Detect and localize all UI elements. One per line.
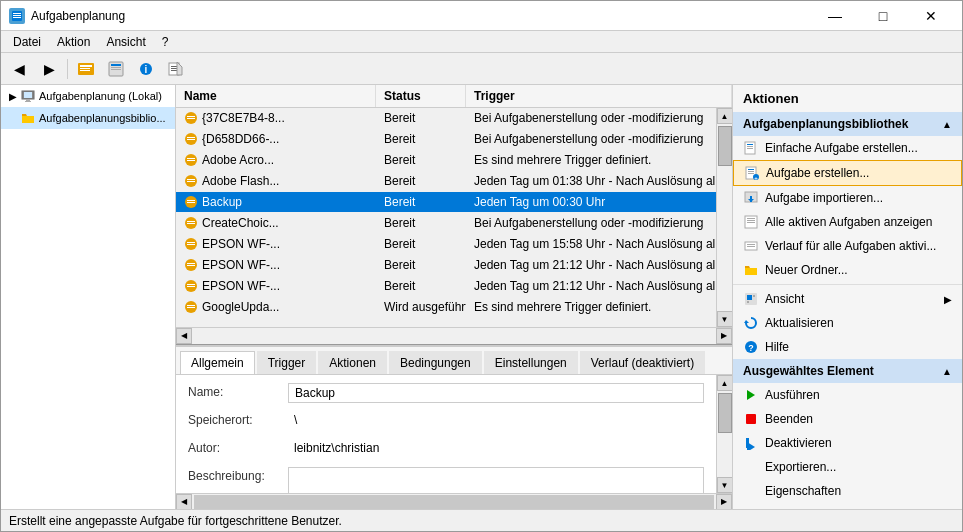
- scroll-thumb[interactable]: [718, 126, 732, 166]
- action-item[interactable]: +Aufgabe erstellen...: [733, 160, 962, 186]
- task-row[interactable]: {D658DD66-...BereitBei Aufgabenerstellun…: [176, 129, 716, 150]
- action-item[interactable]: Deaktivieren: [733, 431, 962, 455]
- detail-field-label: Beschreibung:: [188, 467, 288, 483]
- svg-rect-63: [748, 173, 754, 174]
- status-text: Erstellt eine angepasste Aufgabe für for…: [9, 514, 342, 528]
- task-row[interactable]: EPSON WF-...BereitJeden Tag um 21:12 Uhr…: [176, 255, 716, 276]
- action-item-label: Alle aktiven Aufgaben anzeigen: [765, 215, 932, 229]
- detail-scrollbar[interactable]: ▲ ▼: [716, 375, 732, 493]
- task-list-scrollbar[interactable]: ▲ ▼: [716, 108, 732, 327]
- action-item-icon: [743, 411, 759, 427]
- action-item-label: Neuer Ordner...: [765, 263, 848, 277]
- menu-aktion[interactable]: Aktion: [49, 33, 98, 51]
- task-name-cell: CreateChoic...: [176, 213, 376, 233]
- action-item[interactable]: ?Hilfe: [733, 335, 962, 359]
- detail-tab-allgemein[interactable]: Allgemein: [180, 351, 255, 374]
- main-area: ▶ Aufgabenplanung (Lokal) Aufgabenplanun…: [1, 85, 962, 509]
- action-item-label: Aufgabe importieren...: [765, 191, 883, 205]
- task-row[interactable]: Adobe Acro...BereitEs sind mehrere Trigg…: [176, 150, 716, 171]
- task-row[interactable]: BackupBereitJeden Tag um 00:30 Uhr: [176, 192, 716, 213]
- actions-section-header[interactable]: Aufgabenplanungsbibliothek▲: [733, 112, 962, 136]
- detail-hscroll-left[interactable]: ◀: [176, 494, 192, 510]
- svg-rect-9: [111, 64, 121, 66]
- task-trigger-cell: Bei Aufgabenerstellung oder -modifizieru…: [466, 108, 716, 128]
- svg-rect-27: [187, 116, 195, 117]
- col-trigger: Trigger: [466, 85, 732, 107]
- task-row[interactable]: GoogleUpda...Wird ausgeführtEs sind mehr…: [176, 297, 716, 318]
- detail-content: Name:BackupSpeicherort:\Autor:leibnitz\c…: [176, 375, 716, 493]
- toolbar-btn-1[interactable]: [72, 56, 100, 82]
- svg-rect-21: [24, 92, 32, 98]
- task-row[interactable]: {37C8E7B4-8...BereitBei Aufgabenerstellu…: [176, 108, 716, 129]
- action-item-icon: [743, 459, 759, 475]
- toolbar-btn-3[interactable]: i: [132, 56, 160, 82]
- detail-scroll-down[interactable]: ▼: [717, 477, 733, 493]
- folder-icon: [21, 111, 35, 125]
- minimize-button[interactable]: —: [812, 1, 858, 31]
- action-item[interactable]: Alle aktiven Aufgaben anzeigen: [733, 210, 962, 234]
- svg-rect-28: [187, 118, 195, 119]
- scroll-down-btn[interactable]: ▼: [717, 311, 733, 327]
- detail-tab-trigger[interactable]: Trigger: [257, 351, 317, 374]
- action-item[interactable]: Beenden: [733, 407, 962, 431]
- task-name: GoogleUpda...: [202, 300, 279, 314]
- section-arrow: ▲: [942, 366, 952, 377]
- tree-item-root[interactable]: ▶ Aufgabenplanung (Lokal): [1, 85, 175, 107]
- action-item[interactable]: Aufgabe importieren...: [733, 186, 962, 210]
- task-icon: [184, 153, 198, 167]
- detail-tab-einstellungen[interactable]: Einstellungen: [484, 351, 578, 374]
- toolbar-btn-4[interactable]: [162, 56, 190, 82]
- detail-panel: AllgemeinTriggerAktionenBedingungenEinst…: [176, 345, 732, 509]
- detail-field-value: leibnitz\christian: [288, 439, 704, 459]
- task-name: EPSON WF-...: [202, 237, 280, 251]
- task-status-cell: Bereit: [376, 234, 466, 254]
- maximize-button[interactable]: □: [860, 1, 906, 31]
- task-row[interactable]: EPSON WF-...BereitJeden Tag um 15:58 Uhr…: [176, 234, 716, 255]
- toolbar-btn-2[interactable]: [102, 56, 130, 82]
- task-name-cell: EPSON WF-...: [176, 234, 376, 254]
- action-item[interactable]: Ausführen: [733, 383, 962, 407]
- hscroll-left[interactable]: ◀: [176, 328, 192, 344]
- task-status-cell: Bereit: [376, 129, 466, 149]
- detail-scroll-thumb[interactable]: [718, 393, 732, 433]
- action-item[interactable]: Neuer Ordner...: [733, 258, 962, 282]
- action-item[interactable]: Eigenschaften: [733, 479, 962, 503]
- task-list-hscroll[interactable]: ◀ ▶: [176, 327, 732, 343]
- action-item-icon: [743, 483, 759, 499]
- tree-item-label-root: Aufgabenplanung (Lokal): [39, 90, 162, 102]
- actions-section-header[interactable]: Ausgewähltes Element▲: [733, 359, 962, 383]
- task-name-cell: Adobe Acro...: [176, 150, 376, 170]
- detail-tab-verlaufdeaktiviert[interactable]: Verlauf (deaktiviert): [580, 351, 705, 374]
- action-item[interactable]: Einfache Aufgabe erstellen...: [733, 136, 962, 160]
- detail-scroll-up[interactable]: ▲: [717, 375, 733, 391]
- action-item-icon: +: [744, 165, 760, 181]
- toolbar-forward[interactable]: ▶: [35, 56, 63, 82]
- action-item-icon: [743, 238, 759, 254]
- col-name: Name: [176, 85, 376, 107]
- action-item-label: Aufgabe erstellen...: [766, 166, 869, 180]
- menu-ansicht[interactable]: Ansicht: [98, 33, 153, 51]
- action-item[interactable]: Exportieren...: [733, 455, 962, 479]
- task-row[interactable]: CreateChoic...BereitBei Aufgabenerstellu…: [176, 213, 716, 234]
- action-item[interactable]: Verlauf für alle Aufgaben aktivi...: [733, 234, 962, 258]
- menu-help[interactable]: ?: [154, 33, 177, 51]
- title-bar: Aufgabenplanung — □ ✕: [1, 1, 962, 31]
- menu-datei[interactable]: Datei: [5, 33, 49, 51]
- svg-rect-62: [748, 171, 754, 172]
- detail-tab-aktionen[interactable]: Aktionen: [318, 351, 387, 374]
- action-item[interactable]: Ansicht▶: [733, 287, 962, 311]
- toolbar-back[interactable]: ◀: [5, 56, 33, 82]
- detail-tab-bedingungen[interactable]: Bedingungen: [389, 351, 482, 374]
- close-button[interactable]: ✕: [908, 1, 954, 31]
- task-status-cell: Bereit: [376, 213, 466, 233]
- task-row[interactable]: EPSON WF-...BereitJeden Tag um 21:12 Uhr…: [176, 276, 716, 297]
- hscroll-right[interactable]: ▶: [716, 328, 732, 344]
- detail-hscroll[interactable]: ◀ ▶: [176, 493, 732, 509]
- svg-rect-46: [187, 244, 195, 245]
- action-item[interactable]: Aktualisieren: [733, 311, 962, 335]
- svg-text:?: ?: [748, 343, 754, 353]
- detail-hscroll-right[interactable]: ▶: [716, 494, 732, 510]
- task-row[interactable]: Adobe Flash...BereitJeden Tag um 01:38 U…: [176, 171, 716, 192]
- tree-item-library[interactable]: Aufgabenplanungsbiblio...: [1, 107, 175, 129]
- scroll-up-btn[interactable]: ▲: [717, 108, 733, 124]
